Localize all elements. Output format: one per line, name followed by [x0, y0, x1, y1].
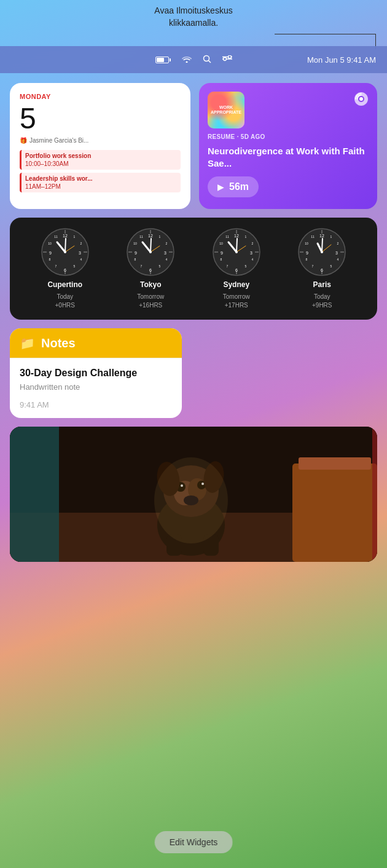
svg-text:5: 5	[330, 264, 332, 268]
clock-face-tokyo: 12 3 6 9 1 2 4 5 7 8 10 11	[126, 227, 175, 277]
clock-face-sydney: 12 3 6 9 1 2 4 5 7 8 10 11	[212, 227, 261, 277]
svg-rect-98	[372, 427, 377, 562]
svg-rect-96	[292, 464, 377, 562]
clock-paris: 12 3 6 9 1 2 4 5 7 8 10 11	[297, 227, 346, 310]
clock-info-sydney: Tomorrow +17HRS	[223, 293, 250, 310]
podcast-artwork: WORK APPROPRIATE	[208, 92, 244, 128]
svg-point-50	[149, 251, 152, 253]
clock-tokyo: 12 3 6 9 1 2 4 5 7 8 10 11	[126, 227, 175, 310]
svg-rect-95	[10, 427, 59, 562]
svg-point-92	[321, 251, 323, 253]
svg-point-8	[359, 97, 363, 101]
svg-text:6: 6	[235, 268, 238, 272]
svg-point-29	[64, 251, 66, 253]
svg-line-69	[237, 239, 237, 252]
svg-text:7: 7	[141, 264, 143, 268]
svg-text:6: 6	[321, 268, 323, 272]
svg-text:10: 10	[48, 242, 52, 245]
notes-folder-icon: 📁	[20, 336, 35, 350]
search-icon[interactable]	[203, 55, 211, 65]
svg-text:11: 11	[139, 235, 143, 239]
calendar-widget[interactable]: MONDAY 5 🎁 Jasmine Garcia's Bi... Portfo…	[10, 83, 190, 209]
svg-point-2	[223, 57, 226, 60]
svg-text:8: 8	[49, 258, 50, 261]
svg-text:6: 6	[64, 268, 66, 272]
row1: MONDAY 5 🎁 Jasmine Garcia's Bi... Portfo…	[10, 83, 377, 209]
svg-text:3: 3	[79, 251, 81, 255]
svg-text:10: 10	[305, 242, 308, 245]
svg-point-112	[154, 457, 228, 543]
svg-text:11: 11	[225, 235, 229, 239]
svg-text:3: 3	[250, 251, 252, 255]
svg-text:9: 9	[49, 251, 52, 255]
svg-text:4: 4	[251, 258, 253, 261]
svg-point-5	[228, 55, 231, 58]
svg-text:3: 3	[335, 251, 338, 255]
podcast-widget[interactable]: WORK APPROPRIATE RESUME · 5D AGO Neurodi…	[199, 83, 377, 209]
svg-text:5: 5	[244, 264, 246, 268]
clock-info-tokyo: Tomorrow +16HRS	[137, 293, 164, 310]
calendar-event-1[interactable]: Portfolio work session 10:00–10:30AM	[20, 150, 181, 170]
svg-text:5: 5	[159, 264, 161, 268]
photo-widget[interactable]	[10, 427, 377, 562]
svg-text:1: 1	[159, 235, 161, 239]
svg-line-1	[208, 60, 211, 63]
svg-line-90	[322, 239, 322, 252]
svg-text:1: 1	[73, 235, 75, 239]
edit-widgets-button[interactable]: Edit Widgets	[155, 831, 233, 853]
notes-body: 30-Day Design Challenge Handwritten note…	[10, 358, 182, 418]
podcast-play-button[interactable]: ▶ 56m	[208, 176, 259, 197]
svg-text:7: 7	[226, 264, 228, 268]
svg-text:7: 7	[55, 264, 57, 268]
svg-text:10: 10	[133, 242, 137, 245]
podcast-title: Neurodivergence at Work with Faith Sae..…	[208, 145, 369, 169]
menubar-datetime: Mon Jun 5 9:41 AM	[307, 55, 376, 65]
podcast-app-icon	[354, 92, 369, 110]
svg-point-71	[235, 251, 238, 253]
row3: 📁 Notes 30-Day Design Challenge Handwrit…	[10, 328, 377, 418]
main-content: MONDAY 5 🎁 Jasmine Garcia's Bi... Portfo…	[0, 73, 387, 868]
svg-text:12: 12	[319, 234, 324, 238]
battery-icon[interactable]	[155, 57, 171, 63]
svg-text:4: 4	[80, 258, 82, 261]
control-center-icon[interactable]	[222, 55, 232, 65]
svg-point-0	[203, 55, 209, 61]
svg-text:3: 3	[164, 251, 166, 255]
svg-text:5: 5	[73, 264, 75, 268]
clock-info-cupertino: Today +0HRS	[55, 293, 75, 310]
svg-text:10: 10	[219, 242, 223, 245]
svg-text:8: 8	[306, 258, 308, 261]
tooltip-text: Avaa Ilmoituskeskus klikkaamalla.	[154, 5, 232, 29]
calendar-event-2[interactable]: Leadership skills wor... 11AM–12PM	[20, 173, 181, 192]
podcast-resume-label: RESUME · 5D AGO	[208, 133, 369, 140]
calendar-date: 5	[20, 104, 181, 133]
notes-note-subtitle: Handwritten note	[20, 382, 172, 392]
notes-note-time: 9:41 AM	[20, 400, 172, 409]
clock-name-cupertino: Cupertino	[47, 280, 82, 289]
clock-face-paris: 12 3 6 9 1 2 4 5 7 8 10 11	[297, 227, 346, 277]
svg-text:2: 2	[80, 242, 82, 245]
calendar-events: Portfolio work session 10:00–10:30AM Lea…	[20, 150, 181, 192]
svg-text:9: 9	[221, 251, 223, 255]
calendar-birthday: 🎁 Jasmine Garcia's Bi...	[20, 137, 181, 144]
world-clock-widget[interactable]: 12 3 6 9 1 2 4 5 7 8 10 11	[10, 218, 377, 320]
svg-text:9: 9	[306, 251, 308, 255]
play-icon: ▶	[217, 182, 224, 192]
svg-text:11: 11	[311, 235, 315, 239]
wifi-icon[interactable]	[182, 55, 192, 65]
calendar-day: MONDAY	[20, 93, 181, 100]
svg-rect-97	[299, 457, 371, 470]
notes-header: 📁 Notes	[10, 328, 182, 358]
clock-name-sydney: Sydney	[223, 280, 249, 289]
svg-text:12: 12	[63, 234, 68, 238]
clock-name-tokyo: Tokyo	[140, 280, 161, 289]
notes-widget[interactable]: 📁 Notes 30-Day Design Challenge Handwrit…	[10, 328, 182, 418]
svg-text:2: 2	[337, 242, 339, 245]
svg-text:2: 2	[251, 242, 253, 245]
svg-text:6: 6	[149, 268, 152, 272]
svg-line-27	[65, 239, 66, 252]
menubar: Mon Jun 5 9:41 AM	[0, 46, 387, 73]
svg-text:2: 2	[166, 242, 168, 245]
svg-text:11: 11	[54, 235, 58, 239]
svg-text:9: 9	[135, 251, 137, 255]
